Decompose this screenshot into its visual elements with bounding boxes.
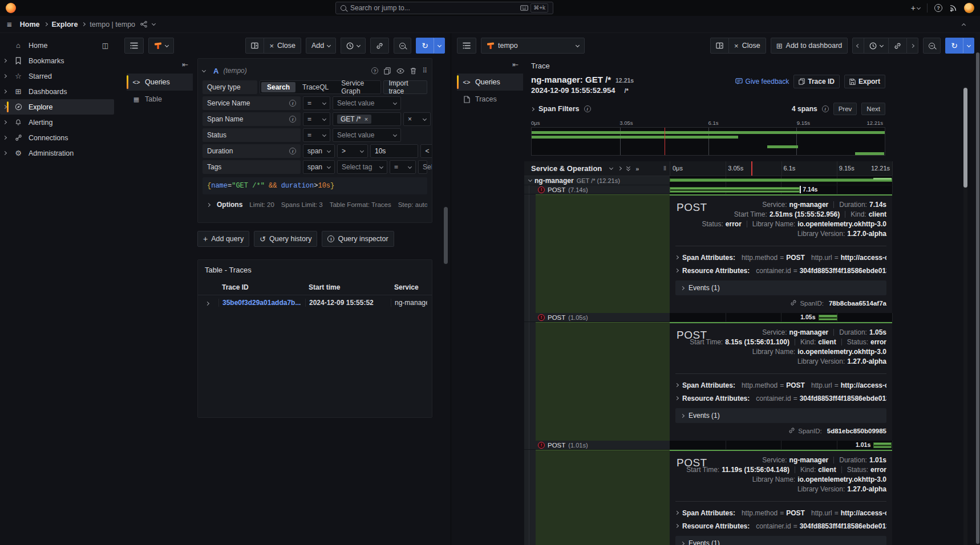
resource-attributes-toggle[interactable]: Resource Attributes:container.id=304fd88… <box>675 519 886 532</box>
add-query-button[interactable]: +Add query <box>197 231 249 247</box>
span-row[interactable]: !POST(1.05s)1.05s <box>524 313 892 322</box>
export-button[interactable]: Export <box>844 75 885 88</box>
datasource-picker[interactable]: tempo <box>481 38 585 54</box>
tab-traceql[interactable]: TraceQL <box>297 82 334 92</box>
menu-icon[interactable]: ≡ <box>7 19 12 29</box>
subnav-item-traces[interactable]: Traces <box>457 91 523 108</box>
collapse-pane-icon[interactable]: ⇤ <box>457 59 523 74</box>
time-forward-button[interactable] <box>906 38 918 54</box>
run-query-button[interactable]: ↻ <box>945 38 963 54</box>
outline-button[interactable] <box>124 38 144 54</box>
resource-attributes-toggle[interactable]: Resource Attributes:container.id=304fd88… <box>675 264 886 277</box>
link-split-button[interactable] <box>888 38 907 54</box>
query-ref-id[interactable]: A <box>213 67 218 75</box>
zoom-out-button[interactable] <box>394 38 411 54</box>
help-icon[interactable]: ? <box>934 4 942 12</box>
panel-title[interactable]: Table - Traces <box>198 265 432 280</box>
next-span-button[interactable]: Next <box>861 103 885 115</box>
span-detail-left-fill[interactable] <box>536 450 670 545</box>
breadcrumb-explore[interactable]: Explore <box>52 21 78 29</box>
table-row[interactable]: 35be0f3d29a01adda7b... 2024-12-09 15:55:… <box>198 295 432 310</box>
left-pane-scrollbar[interactable] <box>444 207 448 264</box>
sidebar-item-connections[interactable]: Connections <box>0 130 114 145</box>
delete-query-icon[interactable] <box>410 67 416 75</box>
panel-title[interactable]: Trace <box>524 58 892 75</box>
events-toggle[interactable]: Events (1) <box>675 536 886 545</box>
query-history-button[interactable]: ↺Query history <box>254 231 317 247</box>
breadcrumb-home[interactable]: Home <box>20 21 40 29</box>
spanid-value[interactable]: 78b8cbaa6514af7a <box>829 300 886 307</box>
tab-search[interactable]: Search <box>261 82 295 92</box>
chevron-down-icon[interactable] <box>152 22 156 26</box>
time-picker-button[interactable] <box>864 38 889 54</box>
grafana-logo[interactable] <box>6 3 16 13</box>
sidebar-item-administration[interactable]: ⚙Administration <box>0 145 114 161</box>
status-value[interactable]: Select value <box>333 128 401 142</box>
collapse-deep-icon[interactable] <box>627 166 630 170</box>
span-attributes-toggle[interactable]: Span Attributes:http.method=POSThttp.url… <box>675 251 886 264</box>
sidebar-item-bookmarks[interactable]: Bookmarks <box>0 53 114 68</box>
query-help-icon[interactable]: ? <box>371 67 378 74</box>
tags-operator[interactable]: = <box>390 160 416 174</box>
add-button[interactable]: Add <box>306 38 336 54</box>
datasource-picker[interactable] <box>148 38 174 54</box>
link-icon[interactable] <box>788 427 795 435</box>
events-toggle[interactable]: Events (1) <box>675 408 886 423</box>
outline-button[interactable] <box>457 38 476 54</box>
duplicate-query-icon[interactable] <box>384 67 391 75</box>
status-operator[interactable]: = <box>303 128 330 142</box>
tab-service-graph[interactable]: Service Graph <box>335 78 379 96</box>
col-start-time[interactable]: Start time <box>305 283 391 291</box>
zoom-out-button[interactable] <box>923 38 941 54</box>
span-row[interactable]: !POST(1.01s)1.01s <box>524 441 892 450</box>
span-detail-left-fill[interactable] <box>536 322 670 441</box>
collapse-pane-icon[interactable]: ⇤ <box>127 59 193 74</box>
span-bar[interactable] <box>873 442 892 448</box>
drag-handle-icon[interactable]: ⠿ <box>422 67 427 75</box>
span-attributes-toggle[interactable]: Span Attributes:http.method=POSThttp.url… <box>675 379 886 392</box>
import-trace-button[interactable]: Import trace <box>383 80 427 94</box>
split-button[interactable] <box>245 38 264 54</box>
service-name-value[interactable]: Select value <box>333 96 401 110</box>
resource-attributes-toggle[interactable]: Resource Attributes:container.id=304fd88… <box>675 392 886 405</box>
duration-scope[interactable]: span <box>303 144 335 158</box>
collapse-query-icon[interactable] <box>202 68 206 72</box>
share-icon[interactable] <box>140 21 148 28</box>
subnav-item-queries[interactable]: <> Queries <box>457 74 523 91</box>
sidebar-item-dashboards[interactable]: ⊞Dashboards <box>0 84 114 99</box>
sidebar-item-starred[interactable]: ☆Starred <box>0 68 114 84</box>
run-query-caret[interactable] <box>434 38 445 54</box>
span-bar[interactable] <box>819 315 838 320</box>
expand-one-icon[interactable] <box>618 166 622 170</box>
options-row[interactable]: Options Limit: 20Spans Limit: 3Table For… <box>203 197 427 218</box>
time-back-button[interactable] <box>852 38 864 54</box>
prev-span-button[interactable]: Prev <box>833 103 857 115</box>
close-button[interactable]: ×Close <box>264 38 301 54</box>
span-attributes-toggle[interactable]: Span Attributes:http.method=POSThttp.url… <box>675 506 886 519</box>
service-name-operator[interactable]: = <box>303 96 330 110</box>
trace-minimap[interactable]: 0μs3.05s6.1s9.15s12.21s <box>531 120 885 156</box>
duration-extra-operator[interactable]: < <box>420 144 432 158</box>
search-input[interactable]: Search or jump to... ⌘+k <box>335 2 553 14</box>
expand-row-icon[interactable] <box>205 301 209 305</box>
hide-query-icon[interactable] <box>396 68 404 74</box>
span-name-value[interactable]: GET /*× <box>333 112 401 126</box>
root-span-bar[interactable] <box>670 178 892 182</box>
duration-operator[interactable]: > <box>337 144 368 158</box>
subnav-item-queries[interactable]: <> Queries <box>127 74 193 91</box>
duration-value-input[interactable]: 10s <box>370 144 418 158</box>
collapse-up-icon[interactable] <box>962 23 966 27</box>
span-name-chip[interactable]: GET /*× <box>337 115 371 124</box>
news-icon[interactable] <box>949 4 957 12</box>
sidebar-item-explore[interactable]: Explore <box>0 99 114 115</box>
remove-chip-icon[interactable]: × <box>365 116 368 123</box>
collapse-all-icon[interactable] <box>609 166 613 170</box>
span-name-clear[interactable]: × <box>403 112 431 126</box>
col-trace-id[interactable]: Trace ID <box>218 283 305 291</box>
col-service[interactable]: Service <box>391 283 427 291</box>
link-icon[interactable] <box>790 299 797 307</box>
subnav-item-table[interactable]: ▦ Table <box>127 91 193 108</box>
tags-value[interactable]: Select va <box>418 160 427 174</box>
span-name-operator[interactable]: = <box>303 112 330 126</box>
avatar[interactable] <box>964 3 974 13</box>
